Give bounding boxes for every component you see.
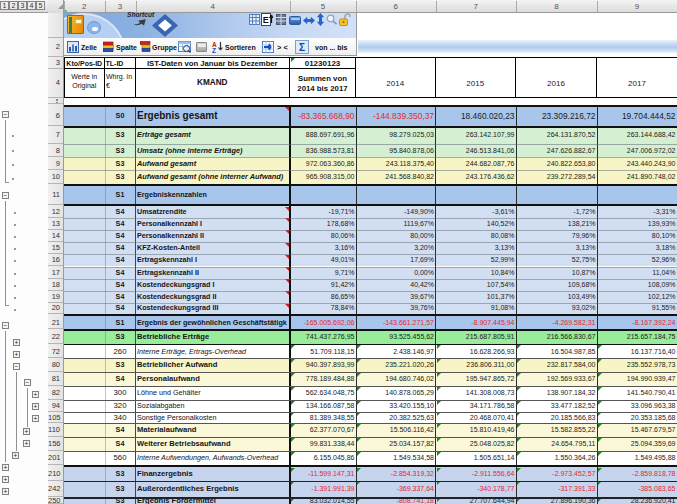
svg-text:E: E: [263, 15, 269, 25]
svg-text:Z: Z: [212, 47, 216, 53]
